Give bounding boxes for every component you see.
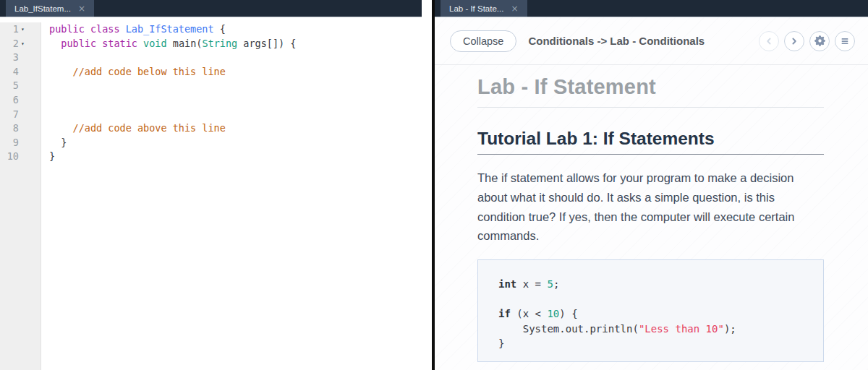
line-number: 1 (6, 22, 19, 37)
fold-arrow-icon[interactable]: ▾ (21, 37, 30, 51)
tutorial-code-lines: int x = 5; if (x < 10) { System.out.prin… (498, 277, 803, 351)
gear-icon (814, 35, 825, 46)
code-line: //add code below this line (49, 65, 432, 79)
gutter-row: 2▾ (0, 37, 41, 51)
fold-arrow-icon[interactable]: ▾ (21, 22, 30, 37)
tutorial-code-block: int x = 5; if (x < 10) { System.out.prin… (477, 259, 824, 362)
section-divider (477, 154, 824, 155)
editor-tabbar: Lab_IfStatem... × (0, 0, 422, 17)
tutorial-content[interactable]: Lab - If Statement Tutorial Lab 1: If St… (435, 65, 868, 370)
line-number: 3 (6, 51, 19, 65)
code-line: //add code above this line (49, 121, 432, 136)
breadcrumb: Conditionals -> Lab - Conditionals (528, 35, 759, 47)
section-title: Tutorial Lab 1: If Statements (477, 129, 824, 149)
menu-icon (840, 36, 850, 46)
gutter-row: 4▾ (0, 65, 41, 79)
previous-page-button[interactable] (759, 31, 779, 51)
chevron-right-icon (789, 36, 799, 46)
code-line: public static void main(String args[]) { (49, 37, 432, 51)
title-divider (477, 107, 824, 108)
settings-button[interactable] (809, 31, 830, 51)
line-number: 6 (6, 93, 19, 108)
line-number: 5 (6, 79, 19, 93)
page-title: Lab - If Statement (477, 75, 824, 99)
tutorial-panel: Lab - If State... × Collapse Conditional… (435, 0, 868, 370)
code-line: } (498, 336, 803, 351)
line-number: 8 (6, 121, 19, 136)
tutorial-toolbar: Collapse Conditionals -> Lab - Condition… (435, 17, 868, 65)
line-number: 10 (6, 150, 19, 164)
close-icon[interactable]: × (78, 4, 85, 13)
code-line (498, 292, 803, 307)
gutter-row: 5▾ (0, 79, 41, 93)
code-line (49, 79, 432, 93)
line-number: 4 (6, 65, 19, 79)
code-line: } (49, 136, 432, 150)
gutter-row: 6▾ (0, 93, 41, 108)
next-page-button[interactable] (784, 31, 804, 51)
line-number: 2 (6, 37, 19, 51)
tutorial-tabbar: Lab - If State... × (435, 0, 868, 17)
gutter-row: 9▾ (0, 136, 41, 150)
gutter-row: 10▾ (0, 150, 41, 164)
collapse-button[interactable]: Collapse (450, 30, 516, 52)
gutter-row: 7▾ (0, 108, 41, 122)
chevron-left-icon (764, 36, 774, 46)
tab-title: Lab - If State... (449, 4, 503, 13)
gutter-row: 1▾ (0, 22, 41, 37)
toolbar-icon-buttons (759, 31, 855, 51)
code-line (49, 108, 432, 122)
menu-button[interactable] (835, 31, 855, 51)
code-line: if (x < 10) { (498, 306, 803, 322)
editor-gutter: 1▾2▾3▾4▾5▾6▾7▾8▾9▾10▾ (0, 22, 41, 370)
gutter-row: 3▾ (0, 51, 41, 65)
code-line: int x = 5; (498, 277, 803, 292)
code-line (49, 51, 432, 65)
editor-panel: Lab_IfStatem... × 1▾2▾3▾4▾5▾6▾7▾8▾9▾10▾ … (0, 0, 432, 370)
line-number: 7 (6, 108, 19, 122)
gutter-row: 8▾ (0, 121, 41, 136)
code-line: public class Lab_IfStatement { (49, 22, 432, 37)
tab-lab-ifstatement-file[interactable]: Lab_IfStatem... × (6, 0, 94, 17)
tab-title: Lab_IfStatem... (14, 4, 71, 13)
intro-paragraph: The if statement allows for your program… (477, 168, 824, 246)
code-line: } (49, 150, 432, 164)
code-line (49, 93, 432, 108)
editor-code[interactable]: public class Lab_IfStatement { public st… (41, 22, 432, 370)
line-number: 9 (6, 136, 19, 150)
code-line: System.out.println("Less than 10"); (498, 322, 803, 337)
close-icon[interactable]: × (511, 4, 518, 13)
tab-lab-if-statement-guide[interactable]: Lab - If State... × (441, 0, 527, 17)
code-editor[interactable]: 1▾2▾3▾4▾5▾6▾7▾8▾9▾10▾ public class Lab_I… (0, 17, 432, 370)
